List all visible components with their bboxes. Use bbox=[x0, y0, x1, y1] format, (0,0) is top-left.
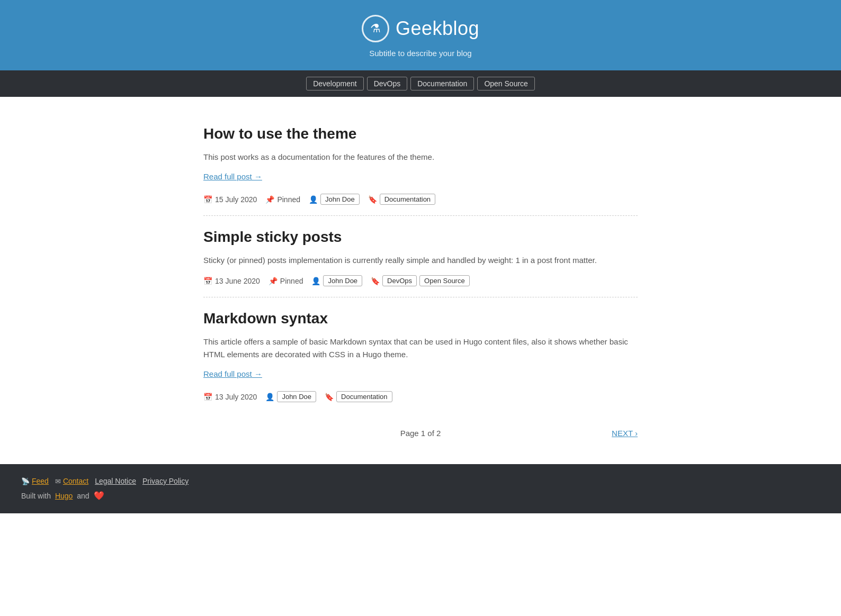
post-meta: 📅 13 July 2020 👤 John Doe 🔖 Documentatio… bbox=[203, 391, 638, 402]
post-pinned-label: Pinned bbox=[280, 277, 303, 285]
post-tags-item: 🔖 Documentation bbox=[368, 194, 435, 205]
calendar-icon: 📅 bbox=[203, 195, 212, 204]
site-title: Geekblog bbox=[396, 17, 479, 40]
site-nav: Development DevOps Documentation Open So… bbox=[0, 70, 841, 97]
site-logo-wrap: ⚗ Geekblog bbox=[362, 15, 479, 42]
post-date: 13 July 2020 bbox=[215, 393, 257, 401]
post-date-item: 📅 13 June 2020 bbox=[203, 277, 260, 285]
nav-tag-devops[interactable]: DevOps bbox=[367, 77, 408, 90]
post-date: 15 July 2020 bbox=[215, 195, 257, 204]
post-title: How to use the theme bbox=[203, 125, 638, 142]
bookmark-icon: 🔖 bbox=[371, 277, 380, 285]
author-icon: 👤 bbox=[265, 393, 274, 401]
footer-legal-link[interactable]: Legal Notice bbox=[95, 477, 136, 485]
nav-tag-opensource[interactable]: Open Source bbox=[477, 77, 535, 90]
post-author-item: 👤 John Doe bbox=[309, 194, 360, 205]
post-tag[interactable]: Documentation bbox=[380, 194, 435, 205]
site-header: ⚗ Geekblog Subtitle to describe your blo… bbox=[0, 0, 841, 70]
post-meta: 📅 13 June 2020 📌 Pinned 👤 John Doe 🔖 Dev… bbox=[203, 275, 638, 286]
site-footer: 📡 Feed ✉ Contact Legal Notice Privacy Po… bbox=[0, 464, 841, 513]
footer-contact-item: ✉ Contact bbox=[55, 477, 88, 485]
pagination: Page 1 of 2 NEXT › bbox=[203, 413, 638, 448]
built-with-text: Built with bbox=[21, 492, 51, 500]
mail-icon: ✉ bbox=[55, 477, 61, 485]
post-tag-opensource[interactable]: Open Source bbox=[419, 275, 470, 286]
post-date-item: 📅 15 July 2020 bbox=[203, 195, 257, 204]
post-title: Markdown syntax bbox=[203, 310, 638, 327]
heart-icon: ❤️ bbox=[94, 491, 104, 500]
bookmark-icon: 🔖 bbox=[325, 393, 334, 401]
nav-tag-development[interactable]: Development bbox=[306, 77, 364, 90]
hugo-link[interactable]: Hugo bbox=[55, 492, 73, 500]
site-subtitle: Subtitle to describe your blog bbox=[11, 49, 830, 58]
post-meta: 📅 15 July 2020 📌 Pinned 👤 John Doe 🔖 Doc… bbox=[203, 194, 638, 205]
post-tag[interactable]: Documentation bbox=[336, 391, 392, 402]
post-pinned-label: Pinned bbox=[277, 195, 300, 204]
footer-links: 📡 Feed ✉ Contact Legal Notice Privacy Po… bbox=[21, 477, 820, 485]
author-icon: 👤 bbox=[311, 277, 320, 285]
post-excerpt: Sticky (or pinned) posts implementation … bbox=[203, 254, 638, 267]
post-title: Simple sticky posts bbox=[203, 229, 638, 246]
footer-feed-link[interactable]: Feed bbox=[32, 477, 49, 485]
post-date-item: 📅 13 July 2020 bbox=[203, 393, 257, 401]
bookmark-icon: 🔖 bbox=[368, 195, 377, 204]
footer-built: Built with Hugo and ❤️ bbox=[21, 491, 820, 501]
post-date: 13 June 2020 bbox=[215, 277, 260, 285]
author-icon: 👤 bbox=[309, 195, 318, 204]
post-author-tag[interactable]: John Doe bbox=[277, 391, 316, 402]
footer-contact-link[interactable]: Contact bbox=[63, 477, 88, 485]
calendar-icon: 📅 bbox=[203, 393, 212, 401]
nav-tag-documentation[interactable]: Documentation bbox=[410, 77, 474, 90]
pin-icon: 📌 bbox=[269, 277, 278, 285]
pin-icon: 📌 bbox=[265, 195, 274, 204]
post-item: Markdown syntax This article offers a sa… bbox=[203, 297, 638, 413]
flask-icon: ⚗ bbox=[370, 22, 381, 35]
post-author-tag[interactable]: John Doe bbox=[320, 194, 360, 205]
post-excerpt: This post works as a documentation for t… bbox=[203, 151, 638, 164]
post-excerpt: This article offers a sample of basic Ma… bbox=[203, 336, 638, 361]
and-text: and bbox=[77, 492, 89, 500]
page-info: Page 1 of 2 bbox=[400, 429, 441, 438]
post-pinned-item: 📌 Pinned bbox=[265, 195, 300, 204]
post-author-item: 👤 John Doe bbox=[311, 275, 362, 286]
rss-icon: 📡 bbox=[21, 477, 30, 485]
post-author-tag[interactable]: John Doe bbox=[323, 275, 362, 286]
site-logo-icon: ⚗ bbox=[362, 15, 389, 42]
read-full-post-link-1[interactable]: Read full post → bbox=[203, 172, 262, 181]
post-item: How to use the theme This post works as … bbox=[203, 113, 638, 215]
post-tags-item: 🔖 DevOps Open Source bbox=[371, 275, 470, 286]
footer-privacy-link[interactable]: Privacy Policy bbox=[142, 477, 189, 485]
read-full-post-link-3[interactable]: Read full post → bbox=[203, 369, 262, 378]
post-item: Simple sticky posts Sticky (or pinned) p… bbox=[203, 216, 638, 297]
next-page-link[interactable]: NEXT › bbox=[612, 429, 638, 438]
calendar-icon: 📅 bbox=[203, 277, 212, 285]
post-tag-devops[interactable]: DevOps bbox=[382, 275, 417, 286]
footer-feed-item: 📡 Feed bbox=[21, 477, 49, 485]
main-content: How to use the theme This post works as … bbox=[182, 97, 659, 459]
post-author-item: 👤 John Doe bbox=[265, 391, 316, 402]
post-pinned-item: 📌 Pinned bbox=[269, 277, 303, 285]
post-tags-item: 🔖 Documentation bbox=[325, 391, 392, 402]
